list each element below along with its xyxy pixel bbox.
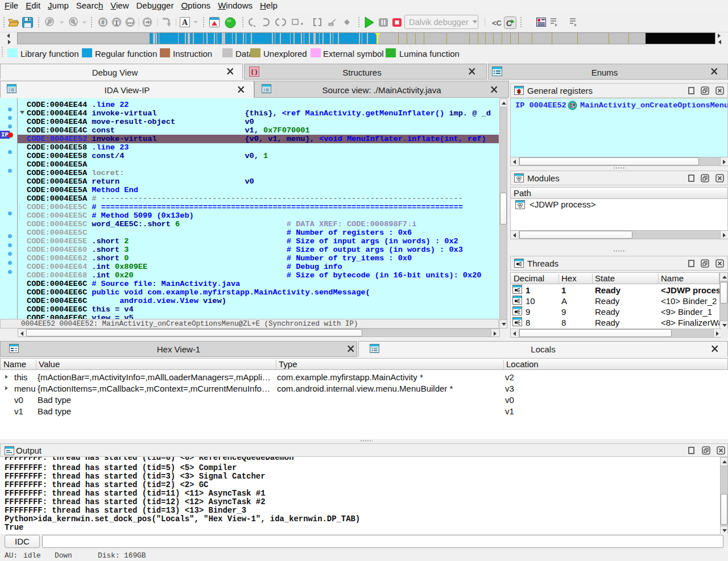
svg-text:xxx: xxx (127, 21, 134, 24)
svg-text:˂C: ˂C (492, 19, 502, 27)
svg-text:T: T (114, 19, 119, 27)
svg-text:IP: IP (570, 104, 575, 108)
svg-text:#: # (101, 19, 105, 26)
svg-text:A: A (182, 18, 188, 27)
